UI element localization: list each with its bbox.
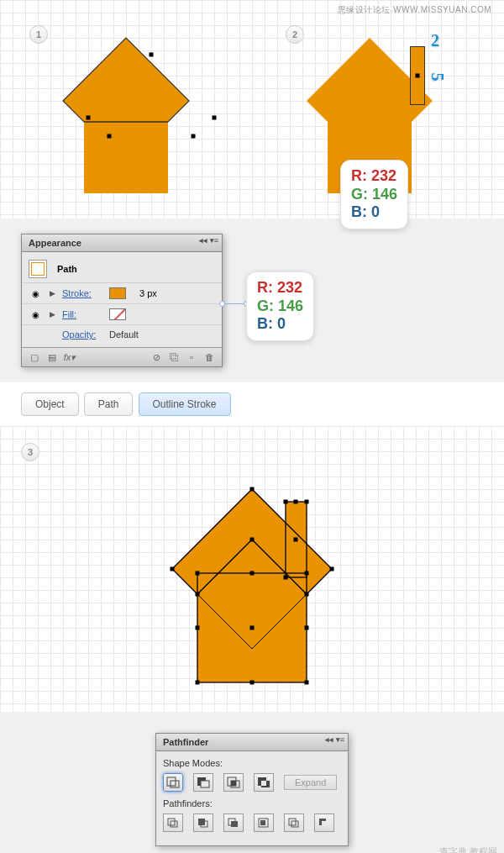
opacity-label[interactable]: Opacity: [62, 329, 104, 340]
pf-outline[interactable] [284, 814, 304, 832]
panel-collapse-icon[interactable]: ◂◂ [199, 236, 207, 245]
rgb-tooltip-panel: R: 232 G: 146 B: 0 [246, 271, 314, 341]
svg-rect-28 [289, 819, 296, 825]
step-badge-3: 3 [21, 443, 39, 461]
pf-trim[interactable] [193, 814, 213, 832]
svg-rect-20 [168, 819, 175, 825]
crumb-object[interactable]: Object [21, 392, 79, 416]
pf-divide[interactable] [163, 814, 183, 832]
shapemode-unite[interactable] [163, 773, 183, 792]
canvas-step-3 [143, 477, 361, 695]
tutorial-step3-section: 3 [0, 426, 504, 712]
chimney-height-label: 5 [428, 73, 447, 82]
pathfinder-panel-header[interactable]: Pathfinder ◂◂ ▾≡ [156, 734, 348, 751]
pathfinder-panel-section: Pathfinder ◂◂ ▾≡ Shape Modes: [0, 712, 504, 853]
duplicate-icon[interactable]: ⿻ [168, 352, 180, 362]
footer-watermark: 查字典 教程网 jiaocheng.chazidian.com [414, 846, 497, 853]
svg-marker-0 [63, 38, 189, 193]
house-shape-1 [25, 13, 227, 197]
opacity-value: Default [109, 329, 151, 340]
appearance-fill-row[interactable]: ◉ ▶ Fill: [22, 304, 222, 325]
fill-swatch-none[interactable] [109, 308, 126, 320]
stroke-value[interactable]: 3 px [139, 288, 157, 298]
visibility-icon[interactable]: ◉ [29, 310, 42, 319]
svg-rect-22 [198, 819, 205, 825]
stroke-swatch[interactable] [109, 287, 126, 299]
svg-rect-11 [171, 781, 179, 787]
pathfinders-label: Pathfinders: [163, 798, 341, 808]
appearance-panel-header[interactable]: Appearance ◂◂ ▾≡ [22, 234, 222, 252]
object-swatch[interactable] [29, 260, 47, 278]
appearance-panel[interactable]: Appearance ◂◂ ▾≡ Path ◉ ▶ Stroke: 3 px [21, 234, 223, 367]
appearance-panel-section: Appearance ◂◂ ▾≡ Path ◉ ▶ Stroke: 3 px [0, 219, 504, 382]
panel-menu-icon[interactable]: ▾≡ [336, 735, 344, 744]
appearance-panel-body: Path ◉ ▶ Stroke: 3 px ◉ ▶ Fill: Opacity:… [22, 252, 222, 347]
shapemode-exclude[interactable] [254, 773, 274, 792]
expand-button: Expand [284, 775, 337, 790]
foot-icon-square[interactable]: ▢ [29, 352, 40, 362]
svg-rect-26 [260, 820, 265, 825]
svg-rect-29 [291, 821, 298, 827]
svg-rect-10 [167, 777, 176, 786]
fill-label[interactable]: Fill: [62, 309, 104, 319]
trash-icon[interactable]: 🗑 [203, 352, 215, 362]
stroke-label[interactable]: Stroke: [62, 288, 104, 298]
pf-merge[interactable] [223, 814, 244, 832]
svg-rect-25 [231, 821, 238, 827]
appearance-opacity-row[interactable]: Opacity: Default [22, 325, 222, 344]
foot-icon-page[interactable]: ▤ [46, 352, 58, 362]
rgb-tooltip-step2: R: 232 G: 146 B: 0 [340, 160, 408, 229]
chimney-width-label: 2 [431, 31, 439, 50]
appearance-path-row[interactable]: Path [22, 255, 222, 283]
crumb-path[interactable]: Path [84, 392, 134, 416]
house-shape-3 [143, 477, 361, 695]
shapemode-minus-front[interactable] [193, 773, 213, 792]
svg-rect-19 [261, 781, 266, 786]
menu-breadcrumb: Object Path Outline Stroke [0, 382, 504, 426]
panel-menu-icon[interactable]: ▾≡ [210, 236, 218, 245]
shape-modes-label: Shape Modes: [163, 758, 341, 768]
svg-rect-13 [201, 781, 209, 787]
appearance-panel-footer: ▢ ▤ fx▾ ⊘ ⿻ ▫ 🗑 [22, 347, 222, 366]
canvas-step-1 [25, 13, 260, 214]
svg-marker-4 [172, 489, 332, 682]
panel-collapse-icon[interactable]: ◂◂ [325, 735, 333, 744]
pathfinder-panel[interactable]: Pathfinder ◂◂ ▾≡ Shape Modes: [155, 733, 349, 846]
pf-minus-back[interactable] [314, 814, 334, 832]
svg-rect-16 [231, 781, 236, 786]
tutorial-top-section: 思缘设计论坛 WWW.MISSYUAN.COM 1 2 2 5 R: 232 G… [0, 0, 504, 219]
pf-crop[interactable] [254, 814, 274, 832]
visibility-icon[interactable]: ◉ [29, 289, 42, 298]
canvas-step-2: 2 5 R: 232 G: 146 B: 0 [269, 13, 504, 214]
pathfinder-panel-body: Shape Modes: Expand Pathfinders: [156, 751, 348, 845]
fx-button[interactable]: fx▾ [64, 352, 76, 362]
clear-icon[interactable]: ⊘ [150, 352, 162, 362]
new-icon[interactable]: ▫ [186, 352, 197, 362]
expand-icon[interactable]: ▶ [47, 289, 57, 297]
connector-line [223, 303, 246, 304]
crumb-outline-stroke[interactable]: Outline Stroke [139, 392, 231, 416]
appearance-stroke-row[interactable]: ◉ ▶ Stroke: 3 px [22, 283, 222, 304]
svg-rect-21 [171, 821, 177, 827]
expand-icon[interactable]: ▶ [47, 310, 57, 319]
shapemode-intersect[interactable] [223, 773, 244, 792]
path-label: Path [57, 264, 77, 274]
